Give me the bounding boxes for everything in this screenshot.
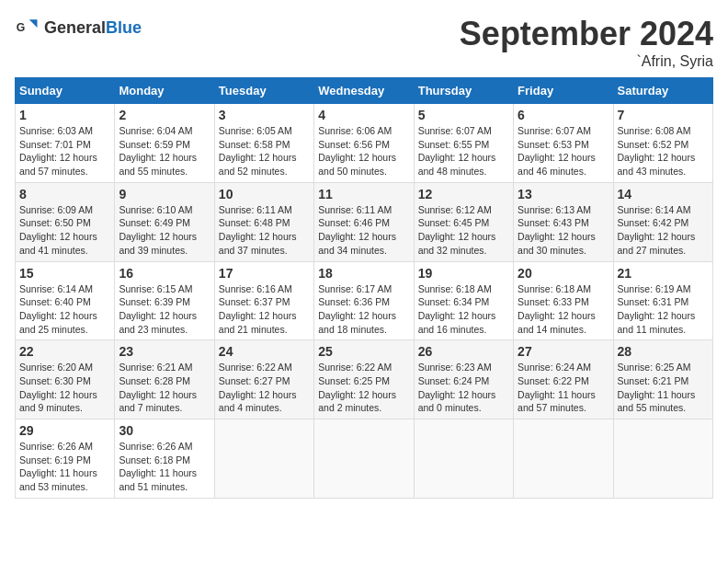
day-number: 15 bbox=[19, 266, 110, 281]
day-info: Sunrise: 6:26 AMSunset: 6:18 PMDaylight:… bbox=[119, 440, 210, 494]
day-info: Sunrise: 6:17 AMSunset: 6:36 PMDaylight:… bbox=[318, 282, 409, 337]
day-number: 21 bbox=[618, 266, 709, 281]
calendar-cell: 14Sunrise: 6:14 AMSunset: 6:42 PMDayligh… bbox=[613, 182, 712, 261]
calendar-cell: 15Sunrise: 6:14 AMSunset: 6:40 PMDayligh… bbox=[16, 261, 115, 340]
calendar-cell: 9Sunrise: 6:10 AMSunset: 6:49 PMDaylight… bbox=[115, 182, 214, 261]
calendar-cell: 23Sunrise: 6:21 AMSunset: 6:28 PMDayligh… bbox=[115, 340, 214, 419]
calendar-cell: 24Sunrise: 6:22 AMSunset: 6:27 PMDayligh… bbox=[214, 340, 313, 419]
day-number: 18 bbox=[318, 266, 409, 281]
day-info: Sunrise: 6:10 AMSunset: 6:49 PMDaylight:… bbox=[119, 203, 210, 258]
day-info: Sunrise: 6:24 AMSunset: 6:22 PMDaylight:… bbox=[518, 361, 609, 415]
day-info: Sunrise: 6:07 AMSunset: 6:53 PMDaylight:… bbox=[518, 124, 609, 178]
day-info: Sunrise: 6:21 AMSunset: 6:28 PMDaylight:… bbox=[119, 361, 210, 415]
day-number: 26 bbox=[418, 344, 509, 359]
calendar-cell: 11Sunrise: 6:11 AMSunset: 6:46 PMDayligh… bbox=[314, 182, 414, 261]
calendar-cell: 17Sunrise: 6:16 AMSunset: 6:37 PMDayligh… bbox=[214, 261, 313, 340]
logo: G GeneralBlue bbox=[15, 15, 142, 40]
day-info: Sunrise: 6:05 AMSunset: 6:58 PMDaylight:… bbox=[219, 124, 310, 178]
day-info: Sunrise: 6:09 AMSunset: 6:50 PMDaylight:… bbox=[19, 203, 110, 258]
day-number: 20 bbox=[518, 266, 609, 281]
weekday-header-row: SundayMondayTuesdayWednesdayThursdayFrid… bbox=[16, 78, 713, 104]
calendar-cell: 2Sunrise: 6:04 AMSunset: 6:59 PMDaylight… bbox=[115, 104, 214, 183]
day-number: 24 bbox=[219, 344, 310, 359]
day-info: Sunrise: 6:22 AMSunset: 6:27 PMDaylight:… bbox=[219, 361, 310, 415]
day-info: Sunrise: 6:12 AMSunset: 6:45 PMDaylight:… bbox=[418, 203, 509, 258]
day-number: 25 bbox=[318, 344, 409, 359]
calendar-week-3: 15Sunrise: 6:14 AMSunset: 6:40 PMDayligh… bbox=[16, 261, 713, 340]
calendar-cell: 3Sunrise: 6:05 AMSunset: 6:58 PMDaylight… bbox=[214, 104, 313, 183]
header: G GeneralBlue September 2024 `Afrin, Syr… bbox=[15, 15, 713, 70]
weekday-header-wednesday: Wednesday bbox=[314, 78, 414, 104]
day-info: Sunrise: 6:13 AMSunset: 6:43 PMDaylight:… bbox=[518, 203, 609, 258]
calendar-cell: 13Sunrise: 6:13 AMSunset: 6:43 PMDayligh… bbox=[514, 182, 613, 261]
day-number: 19 bbox=[418, 266, 509, 281]
calendar-cell: 18Sunrise: 6:17 AMSunset: 6:36 PMDayligh… bbox=[314, 261, 414, 340]
day-info: Sunrise: 6:15 AMSunset: 6:39 PMDaylight:… bbox=[119, 282, 210, 337]
day-number: 12 bbox=[418, 187, 509, 201]
day-info: Sunrise: 6:23 AMSunset: 6:24 PMDaylight:… bbox=[418, 361, 509, 415]
svg-marker-1 bbox=[29, 19, 38, 28]
logo-icon: G bbox=[15, 15, 40, 40]
day-info: Sunrise: 6:25 AMSunset: 6:21 PMDaylight:… bbox=[618, 361, 709, 415]
day-info: Sunrise: 6:14 AMSunset: 6:40 PMDaylight:… bbox=[19, 282, 110, 337]
day-info: Sunrise: 6:11 AMSunset: 6:48 PMDaylight:… bbox=[219, 203, 310, 258]
day-info: Sunrise: 6:06 AMSunset: 6:56 PMDaylight:… bbox=[318, 124, 409, 178]
day-info: Sunrise: 6:18 AMSunset: 6:33 PMDaylight:… bbox=[518, 282, 609, 337]
day-number: 16 bbox=[119, 266, 210, 281]
calendar-cell bbox=[613, 419, 712, 499]
weekday-header-thursday: Thursday bbox=[414, 78, 513, 104]
day-info: Sunrise: 6:20 AMSunset: 6:30 PMDaylight:… bbox=[19, 361, 110, 415]
calendar-cell: 10Sunrise: 6:11 AMSunset: 6:48 PMDayligh… bbox=[214, 182, 313, 261]
day-info: Sunrise: 6:11 AMSunset: 6:46 PMDaylight:… bbox=[318, 203, 409, 258]
day-number: 17 bbox=[219, 266, 310, 281]
calendar-cell: 6Sunrise: 6:07 AMSunset: 6:53 PMDaylight… bbox=[514, 104, 613, 183]
calendar-cell: 29Sunrise: 6:26 AMSunset: 6:19 PMDayligh… bbox=[16, 419, 115, 499]
calendar-body: 1Sunrise: 6:03 AMSunset: 7:01 PMDaylight… bbox=[16, 104, 713, 499]
title-area: September 2024 `Afrin, Syria bbox=[460, 15, 713, 70]
day-number: 22 bbox=[19, 344, 110, 359]
calendar-cell bbox=[314, 419, 414, 499]
calendar-week-1: 1Sunrise: 6:03 AMSunset: 7:01 PMDaylight… bbox=[16, 104, 713, 183]
logo-blue: Blue bbox=[106, 18, 142, 37]
day-number: 1 bbox=[19, 108, 110, 122]
day-number: 2 bbox=[119, 108, 210, 122]
day-number: 27 bbox=[518, 344, 609, 359]
logo-general: General bbox=[44, 18, 106, 37]
day-number: 29 bbox=[19, 423, 110, 438]
weekday-header-monday: Monday bbox=[115, 78, 214, 104]
weekday-header-tuesday: Tuesday bbox=[214, 78, 313, 104]
calendar-cell: 22Sunrise: 6:20 AMSunset: 6:30 PMDayligh… bbox=[16, 340, 115, 419]
calendar-cell: 8Sunrise: 6:09 AMSunset: 6:50 PMDaylight… bbox=[16, 182, 115, 261]
calendar-cell: 5Sunrise: 6:07 AMSunset: 6:55 PMDaylight… bbox=[414, 104, 513, 183]
calendar-cell: 30Sunrise: 6:26 AMSunset: 6:18 PMDayligh… bbox=[115, 419, 214, 499]
day-info: Sunrise: 6:08 AMSunset: 6:52 PMDaylight:… bbox=[618, 124, 709, 178]
day-number: 14 bbox=[618, 187, 709, 201]
day-info: Sunrise: 6:14 AMSunset: 6:42 PMDaylight:… bbox=[618, 203, 709, 258]
day-number: 23 bbox=[119, 344, 210, 359]
day-info: Sunrise: 6:03 AMSunset: 7:01 PMDaylight:… bbox=[19, 124, 110, 178]
day-number: 7 bbox=[618, 108, 709, 122]
day-info: Sunrise: 6:18 AMSunset: 6:34 PMDaylight:… bbox=[418, 282, 509, 337]
day-info: Sunrise: 6:22 AMSunset: 6:25 PMDaylight:… bbox=[318, 361, 409, 415]
day-number: 4 bbox=[318, 108, 409, 122]
calendar-cell: 27Sunrise: 6:24 AMSunset: 6:22 PMDayligh… bbox=[514, 340, 613, 419]
calendar-cell: 19Sunrise: 6:18 AMSunset: 6:34 PMDayligh… bbox=[414, 261, 513, 340]
calendar-week-2: 8Sunrise: 6:09 AMSunset: 6:50 PMDaylight… bbox=[16, 182, 713, 261]
calendar-cell: 16Sunrise: 6:15 AMSunset: 6:39 PMDayligh… bbox=[115, 261, 214, 340]
weekday-header-saturday: Saturday bbox=[613, 78, 712, 104]
day-info: Sunrise: 6:26 AMSunset: 6:19 PMDaylight:… bbox=[19, 440, 110, 494]
calendar-cell bbox=[514, 419, 613, 499]
calendar-cell: 20Sunrise: 6:18 AMSunset: 6:33 PMDayligh… bbox=[514, 261, 613, 340]
day-number: 9 bbox=[119, 187, 210, 201]
month-title: September 2024 bbox=[460, 15, 713, 53]
day-number: 10 bbox=[219, 187, 310, 201]
calendar-cell: 4Sunrise: 6:06 AMSunset: 6:56 PMDaylight… bbox=[314, 104, 414, 183]
logo-wordmark: GeneralBlue bbox=[44, 18, 142, 38]
weekday-header-sunday: Sunday bbox=[16, 78, 115, 104]
day-info: Sunrise: 6:07 AMSunset: 6:55 PMDaylight:… bbox=[418, 124, 509, 178]
calendar-cell: 12Sunrise: 6:12 AMSunset: 6:45 PMDayligh… bbox=[414, 182, 513, 261]
day-number: 30 bbox=[119, 423, 210, 438]
calendar-table: SundayMondayTuesdayWednesdayThursdayFrid… bbox=[15, 77, 713, 499]
calendar-cell: 26Sunrise: 6:23 AMSunset: 6:24 PMDayligh… bbox=[414, 340, 513, 419]
calendar-cell bbox=[214, 419, 313, 499]
